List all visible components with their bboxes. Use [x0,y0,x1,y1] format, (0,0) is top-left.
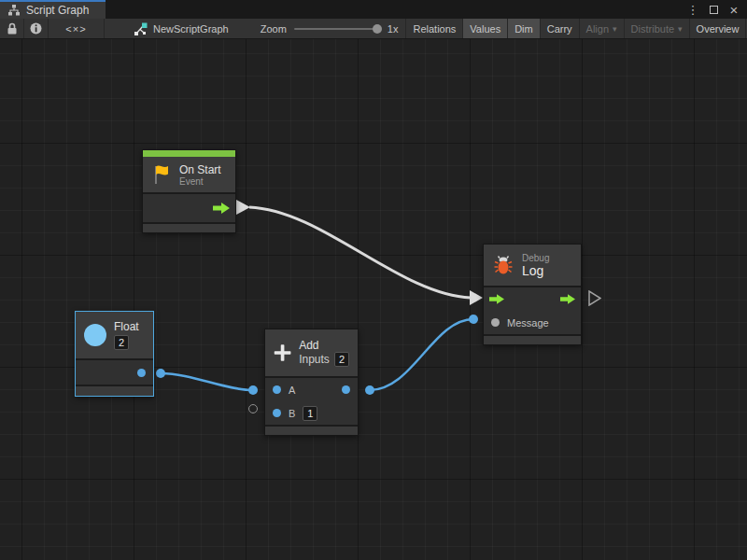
input-a-port[interactable] [273,385,281,394]
overview-button[interactable]: Overview [690,19,747,38]
float-circle-icon [84,324,106,346]
distribute-label: Distribute [631,23,674,35]
node-add[interactable]: Add Inputs 2 A B 1 [264,329,359,436]
node-footer [484,336,581,344]
b-value-field[interactable]: 1 [303,406,317,421]
node-header: Debug Log [484,245,581,286]
node-subtitle: Event [179,176,221,187]
inputs-count-field[interactable]: 2 [334,352,349,367]
script-graph-tab-icon [7,4,21,17]
zoom-slider[interactable] [294,28,380,30]
node-footer [143,224,235,232]
exec-output-row [143,194,235,222]
script-graph-asset-icon [133,21,148,36]
close-icon: × [730,2,739,18]
wire-endpoint-dot [248,385,258,395]
graph-toolbar: <×> NewScriptGraph Zoom 1x Relations Val… [0,19,747,39]
wire-endpoint-dot [156,369,165,378]
wire-layer [0,39,747,560]
exec-wire-start-arrow [236,200,250,215]
wire-onstart-to-debuglog[interactable] [249,207,471,298]
info-icon [30,22,42,35]
exec-input-port[interactable] [489,294,504,304]
node-header: Float 2 [76,312,153,358]
toolbar-toggle-group: Relations Values Dim Carry Align ▾ Distr… [405,19,747,38]
input-b-port[interactable] [273,409,281,417]
node-footer [76,386,153,396]
window-controls: ⋮ × [685,0,747,19]
kebab-menu-icon: ⋮ [687,3,699,17]
wire-float-to-add-a[interactable] [161,373,253,390]
input-b-unconnected-circle[interactable] [248,404,258,413]
node-title: On Start [179,163,221,176]
event-header-bar [143,150,235,157]
sum-output-port[interactable] [342,385,350,394]
port-label: A [289,385,295,396]
port-label: B [289,408,295,419]
carry-toggle[interactable]: Carry [541,19,580,38]
lock-icon [7,22,18,35]
dim-toggle[interactable]: Dim [508,19,541,38]
zoom-value: 1x [388,23,399,35]
node-title: Log [522,264,549,278]
tab-script-graph[interactable]: Script Graph [0,0,106,19]
close-button[interactable]: × [726,2,741,17]
tab-title: Script Graph [26,4,89,17]
distribute-dropdown[interactable]: Distribute ▾ [625,19,690,38]
plus-icon [274,341,291,365]
wire-endpoint-dot [469,315,478,324]
code-icon: <×> [65,23,86,35]
lock-button[interactable] [0,19,24,38]
node-debug-log[interactable]: Debug Log Message [483,244,582,345]
node-footer [265,427,358,435]
edit-source-button[interactable]: <×> [49,19,105,38]
exec-wire-end-arrow [470,290,483,305]
node-title: Add [299,339,349,352]
node-title: Float [114,320,139,333]
input-a-row: A [265,378,358,401]
float-value-field[interactable]: 2 [114,335,129,350]
values-toggle[interactable]: Values [463,19,508,38]
exec-output-port[interactable] [213,203,230,214]
flag-icon [151,163,172,186]
graph-name-label: NewScriptGraph [153,23,229,35]
message-input-port[interactable] [491,318,500,327]
exec-output-port[interactable] [560,294,575,304]
node-on-start[interactable]: On Start Event [142,149,236,233]
chevron-down-icon: ▾ [678,24,683,34]
zoom-label: Zoom [261,23,287,35]
wire-add-to-debuglog-message[interactable] [370,319,473,390]
inputs-label: Inputs [299,353,330,366]
window-tab-bar: Script Graph ⋮ × [0,0,747,19]
chevron-down-icon: ▾ [613,24,617,34]
float-output-port[interactable] [137,369,146,377]
wire-endpoint-dot [365,385,374,395]
relations-toggle[interactable]: Relations [406,19,463,38]
node-header: Add Inputs 2 [265,329,358,376]
maximize-button[interactable] [706,2,721,17]
port-label: Message [507,317,549,329]
exec-output-unconnected-triangle[interactable] [588,290,601,306]
exec-row [484,287,581,311]
window-menu-button[interactable]: ⋮ [685,2,700,17]
float-output-row [76,360,153,385]
message-input-row: Message [484,311,581,334]
bug-icon [492,254,514,276]
graph-canvas[interactable]: On Start Event Debug [0,39,747,560]
node-header: On Start Event [143,157,235,192]
zoom-control: Zoom 1x [261,19,399,38]
input-b-row: B 1 [265,401,358,425]
maximize-icon [710,6,718,14]
node-kicker: Debug [522,253,549,264]
zoom-slider-handle[interactable] [373,24,382,34]
inspect-button[interactable] [24,19,49,38]
align-dropdown[interactable]: Align ▾ [580,19,625,38]
graph-asset-selector[interactable]: NewScriptGraph [125,19,236,38]
align-label: Align [586,23,609,35]
node-float[interactable]: Float 2 [75,311,154,397]
